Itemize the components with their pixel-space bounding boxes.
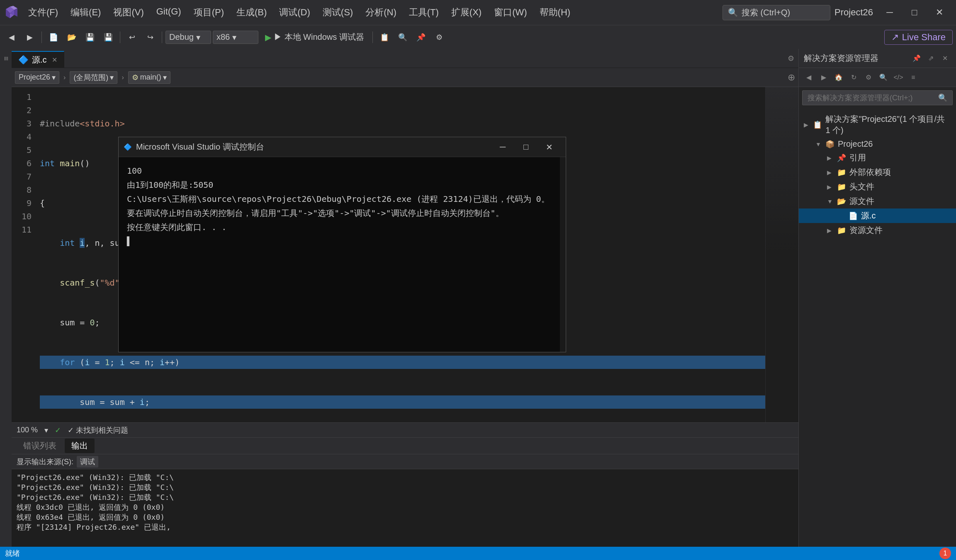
external-deps-node[interactable]: ▶ 📁 外部依赖项 — [799, 165, 956, 179]
menu-tools[interactable]: 工具(T) — [403, 5, 445, 20]
menu-build[interactable]: 生成(B) — [231, 5, 272, 20]
references-node[interactable]: ▶ 📌 引用 — [799, 150, 956, 165]
maximize-button[interactable]: □ — [902, 3, 927, 22]
chevron-right-icon: ▾ — [52, 73, 56, 82]
breadcrumb-scope[interactable]: (全局范围) ▾ — [70, 71, 117, 84]
settings-btn[interactable]: ⚙ — [862, 72, 875, 83]
solution-search-box[interactable]: 🔍 — [802, 90, 953, 105]
close-button[interactable]: ✕ — [927, 3, 952, 22]
window-controls: ─ □ ✕ — [877, 3, 952, 22]
solution-search-input[interactable] — [808, 94, 935, 102]
console-title: Microsoft Visual Studio 调试控制台 — [136, 141, 264, 153]
line-num-3: 3 — [12, 117, 32, 130]
toolbar-btn3[interactable]: 📌 — [413, 30, 429, 45]
breadcrumb-function[interactable]: ⚙ main() ▾ — [128, 71, 170, 84]
console-minimize-btn[interactable]: ─ — [491, 139, 514, 155]
toolbar-btn4[interactable]: ⚙ — [431, 30, 448, 45]
menu-git[interactable]: Git(G) — [151, 5, 187, 20]
platform-dropdown[interactable]: x86 ▾ — [213, 31, 258, 44]
source-files-node[interactable]: ▼ 📂 源文件 — [799, 194, 956, 208]
close-panel-button[interactable]: ✕ — [939, 53, 951, 64]
solution-label: 解决方案"Project26"(1 个项目/共 1 个) — [825, 114, 951, 136]
back-button[interactable]: ◀ — [3, 30, 20, 45]
menu-analyze[interactable]: 分析(N) — [360, 5, 402, 20]
save-button[interactable]: 💾 — [82, 30, 98, 45]
ext-label: 外部依赖项 — [849, 167, 891, 178]
code-line-1: #include<stdio.h> — [40, 117, 765, 130]
header-files-node[interactable]: ▶ 📁 头文件 — [799, 179, 956, 194]
tab-output[interactable]: 输出 — [65, 439, 95, 453]
tab-settings[interactable]: ⚙ — [783, 49, 798, 68]
tab-close-button[interactable]: ✕ — [52, 56, 57, 64]
new-file-button[interactable]: 📄 — [45, 30, 62, 45]
solution-explorer-panel: 解决方案资源管理器 📌 ⇗ ✕ ◀ ▶ 🏠 ↻ ⚙ 🔍 </> ≡ 🔍 ▶ — [798, 49, 956, 547]
notification-badge[interactable]: 1 — [939, 548, 951, 559]
project-node[interactable]: ▼ 📦 Project26 — [799, 138, 956, 150]
chevron-right-icon2: ▾ — [110, 73, 114, 82]
play-icon: ▶ — [265, 32, 271, 42]
minimize-button[interactable]: ─ — [877, 3, 902, 22]
console-scrollbar[interactable] — [560, 157, 566, 352]
tab-source-c[interactable]: 🔷 源.c ✕ — [12, 51, 64, 68]
run-button[interactable]: ▶ ▶ 本地 Windows 调试器 — [260, 31, 369, 44]
undo-button[interactable]: ↩ — [124, 30, 140, 45]
toolbar-btn1[interactable]: 📋 — [376, 30, 393, 45]
redo-button[interactable]: ↪ — [142, 30, 158, 45]
menu-help[interactable]: 帮助(H) — [534, 5, 577, 20]
ref-label: 引用 — [849, 152, 866, 163]
sidebar-label: ≡ — [2, 56, 10, 61]
solution-root[interactable]: ▶ 📋 解决方案"Project26"(1 个项目/共 1 个) — [799, 112, 956, 138]
output-header: 显示输出来源(S): 调试 — [12, 454, 798, 469]
debug-config-dropdown[interactable]: Debug ▾ — [165, 31, 211, 44]
src-arrow: ▼ — [827, 198, 834, 205]
platform-label: x86 — [216, 32, 230, 42]
menu-view[interactable]: 视图(V) — [107, 5, 149, 20]
menu-debug[interactable]: 调试(D) — [273, 5, 316, 20]
line-num-7: 7 — [12, 170, 32, 183]
open-button[interactable]: 📂 — [63, 30, 80, 45]
menu-extensions[interactable]: 扩展(X) — [445, 5, 487, 20]
menu-test[interactable]: 测试(S) — [317, 5, 359, 20]
line-num-1: 1 — [12, 90, 32, 104]
undock-button[interactable]: ⇗ — [924, 53, 937, 64]
zoom-level: 100 % — [17, 426, 38, 434]
tab-errors[interactable]: 错误列表 — [17, 439, 63, 453]
prop-btn[interactable]: ≡ — [907, 72, 920, 83]
source-btn[interactable]: </> — [892, 72, 905, 83]
breadcrumb-project[interactable]: Project26 ▾ — [15, 71, 59, 84]
expand-editor-button[interactable]: ⊕ — [788, 72, 795, 83]
forward-nav-btn[interactable]: ▶ — [817, 72, 830, 83]
panel-controls: 📌 ⇗ ✕ — [910, 53, 951, 64]
search-btn[interactable]: 🔍 — [877, 72, 890, 83]
bottom-status-bar: 100 % ▾ ✓ ✓ 未找到相关问题 — [12, 423, 798, 438]
forward-button[interactable]: ▶ — [22, 30, 38, 45]
breadcrumb-scope-label: (全局范围) — [73, 73, 108, 82]
source-c-file[interactable]: 📄 源.c — [799, 208, 956, 223]
output-source-dropdown[interactable]: 调试 — [77, 456, 98, 468]
back-nav-btn[interactable]: ◀ — [802, 72, 815, 83]
ext-icon: 📁 — [837, 168, 846, 177]
code-line-7: for (i = 1; i <= n; i++) — [40, 356, 765, 369]
menu-file[interactable]: 文件(F) — [22, 5, 64, 20]
title-right: 🔍 搜索 (Ctrl+Q) Project26 ─ □ ✕ — [722, 3, 952, 22]
toolbar-btn2[interactable]: 🔍 — [394, 30, 411, 45]
console-maximize-btn[interactable]: □ — [514, 139, 538, 155]
menu-project[interactable]: 项目(P) — [188, 5, 230, 20]
pin-button[interactable]: 📌 — [910, 53, 923, 64]
left-sidebar: ≡ — [0, 49, 12, 547]
save-all-button[interactable]: 💾 — [100, 30, 117, 45]
live-share-button[interactable]: ↗ Live Share — [884, 30, 953, 45]
line-num-5: 5 — [12, 143, 32, 157]
status-bar: 就绪 1 — [0, 547, 956, 560]
home-btn[interactable]: 🏠 — [832, 72, 845, 83]
hdr-label: 头文件 — [849, 181, 874, 192]
console-line-4: C:\Users\王斯栩\source\repos\Project26\Debu… — [127, 192, 557, 206]
refresh-btn[interactable]: ↻ — [847, 72, 860, 83]
resource-files-node[interactable]: ▶ 📁 资源文件 — [799, 223, 956, 238]
project-label: Project26 — [838, 139, 873, 149]
menu-edit[interactable]: 编辑(E) — [65, 5, 107, 20]
console-content: 100 由1到100的和是:5050 C:\Users\王斯栩\source\r… — [119, 157, 566, 352]
menu-window[interactable]: 窗口(W) — [488, 5, 533, 20]
console-close-btn[interactable]: ✕ — [538, 139, 561, 155]
title-search[interactable]: 🔍 搜索 (Ctrl+Q) — [722, 5, 830, 20]
